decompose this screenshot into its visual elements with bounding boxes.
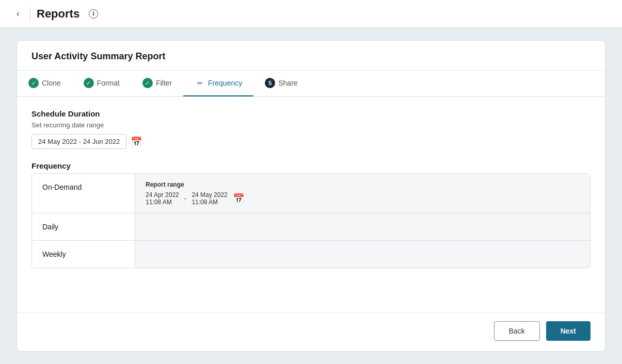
freq-content-daily: [135, 213, 590, 240]
freq-range-info: Report range 24 Apr 2022 11:08 AM - 24 M…: [146, 181, 244, 206]
freq-label-weekly[interactable]: Weekly: [32, 241, 135, 268]
tab-frequency-label: Frequency: [208, 79, 242, 87]
frequency-pencil-icon: ✏: [195, 78, 205, 88]
tab-clone-label: Clone: [42, 79, 61, 87]
frequency-section: Frequency On-Demand Report range 24 Apr …: [31, 161, 591, 268]
date-range-row: 24 May 2022 - 24 Jun 2022 📅: [31, 134, 591, 149]
tab-format[interactable]: ✓ Format: [72, 71, 131, 96]
range-separator: -: [184, 194, 187, 203]
page-title: Reports: [37, 7, 79, 21]
range-start-date: 24 Apr 2022: [146, 191, 179, 198]
filter-check-icon: ✓: [142, 78, 153, 88]
freq-row-weekly: Weekly: [32, 241, 590, 268]
report-range-dates: 24 Apr 2022 11:08 AM - 24 May 2022 11:08…: [146, 191, 244, 206]
schedule-calendar-icon[interactable]: 📅: [131, 136, 142, 147]
freq-label-on-demand[interactable]: On-Demand: [32, 174, 135, 213]
share-badge: 5: [265, 78, 275, 88]
range-start-time: 11:08 AM: [146, 198, 179, 206]
range-end-time: 11:08 AM: [192, 198, 227, 206]
frequency-title: Frequency: [31, 161, 591, 170]
tab-clone[interactable]: ✓ Clone: [17, 71, 72, 96]
tab-frequency[interactable]: ✏ Frequency: [183, 71, 253, 96]
schedule-duration-section: Schedule Duration Set recurring date ran…: [31, 109, 591, 149]
range-start-block: 24 Apr 2022 11:08 AM: [146, 191, 179, 206]
tab-share[interactable]: 5 Share: [253, 71, 309, 96]
report-range-label: Report range: [146, 181, 244, 188]
back-nav-button[interactable]: ‹: [12, 6, 24, 21]
main-content: User Activity Summary Report ✓ Clone ✓ F…: [0, 28, 622, 364]
tab-share-label: Share: [278, 79, 297, 87]
card-footer: Back Next: [17, 312, 605, 351]
range-end-block: 24 May 2022 11:08 AM: [192, 191, 227, 206]
report-card: User Activity Summary Report ✓ Clone ✓ F…: [17, 40, 605, 352]
card-body: Schedule Duration Set recurring date ran…: [17, 97, 605, 312]
tab-filter[interactable]: ✓ Filter: [131, 71, 183, 96]
frequency-table: On-Demand Report range 24 Apr 2022 11:08…: [31, 173, 591, 268]
freq-row-on-demand: On-Demand Report range 24 Apr 2022 11:08…: [32, 174, 590, 213]
freq-content-on-demand: Report range 24 Apr 2022 11:08 AM - 24 M…: [135, 174, 590, 213]
back-button[interactable]: Back: [494, 321, 540, 341]
header: ‹ Reports ℹ: [0, 0, 622, 28]
header-divider: [30, 7, 30, 21]
freq-calendar-icon[interactable]: 📅: [233, 193, 244, 204]
schedule-duration-subtitle: Set recurring date range: [31, 121, 591, 129]
date-range-text: 24 May 2022 - 24 Jun 2022: [31, 134, 126, 149]
freq-content-weekly: [135, 241, 590, 268]
freq-row-daily: Daily: [32, 213, 590, 241]
card-title: User Activity Summary Report: [17, 41, 605, 71]
clone-check-icon: ✓: [28, 78, 39, 88]
format-check-icon: ✓: [84, 78, 94, 88]
schedule-duration-title: Schedule Duration: [31, 109, 591, 118]
freq-label-daily[interactable]: Daily: [32, 213, 135, 240]
info-icon[interactable]: ℹ: [89, 9, 98, 19]
range-end-date: 24 May 2022: [192, 191, 227, 198]
next-button[interactable]: Next: [546, 321, 591, 341]
tabs-bar: ✓ Clone ✓ Format ✓ Filter ✏ Frequency 5 …: [17, 71, 605, 97]
tab-format-label: Format: [97, 79, 120, 87]
tab-filter-label: Filter: [156, 79, 172, 87]
